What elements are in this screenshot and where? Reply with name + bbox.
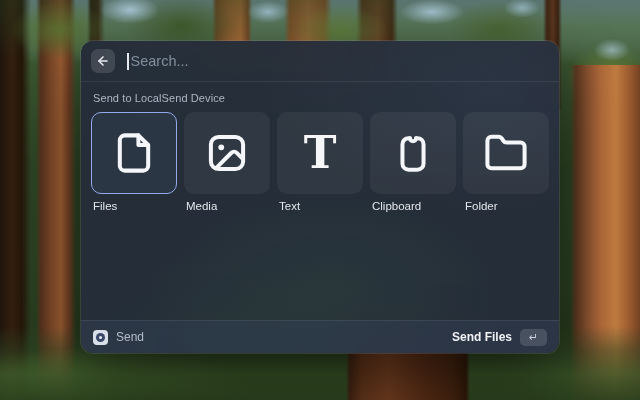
clipboard-icon	[390, 130, 436, 176]
image-icon	[204, 130, 250, 176]
card-label-clipboard: Clipboard	[370, 200, 456, 212]
localsend-ring	[96, 333, 105, 342]
folder-icon	[483, 130, 529, 176]
localsend-dot	[99, 336, 102, 339]
localsend-app-icon	[93, 330, 108, 345]
text-icon: T	[297, 130, 343, 176]
card-folder[interactable]	[463, 112, 549, 194]
card-label-files: Files	[91, 200, 177, 212]
section-title: Send to LocalSend Device	[93, 92, 547, 104]
card-label-media: Media	[184, 200, 270, 212]
action-label: Send	[116, 330, 144, 344]
file-icon	[111, 130, 157, 176]
card-text[interactable]: T	[277, 112, 363, 194]
send-option-folder: Folder	[463, 112, 549, 212]
search-field-wrap	[127, 53, 549, 70]
action-bar: Send Send Files ↵	[81, 320, 559, 353]
send-option-clipboard: Clipboard	[370, 112, 456, 212]
send-option-media: Media	[184, 112, 270, 212]
localsend-command-palette: Send to LocalSend Device Files Media T T…	[81, 41, 559, 353]
text-cursor	[127, 53, 129, 70]
send-options-grid: Files Media T Text Clipboard Folder	[81, 112, 559, 212]
search-input[interactable]	[131, 53, 550, 69]
send-option-text: T Text	[277, 112, 363, 212]
search-bar	[81, 41, 559, 82]
arrow-left-icon	[96, 54, 110, 68]
send-files-button[interactable]: Send Files ↵	[452, 329, 547, 346]
send-files-label: Send Files	[452, 330, 512, 344]
send-option-files: Files	[91, 112, 177, 212]
card-label-folder: Folder	[463, 200, 549, 212]
enter-key-badge: ↵	[520, 329, 547, 346]
card-media[interactable]	[184, 112, 270, 194]
card-label-text: Text	[277, 200, 363, 212]
card-files[interactable]	[91, 112, 177, 194]
back-button[interactable]	[91, 49, 115, 73]
card-clipboard[interactable]	[370, 112, 456, 194]
